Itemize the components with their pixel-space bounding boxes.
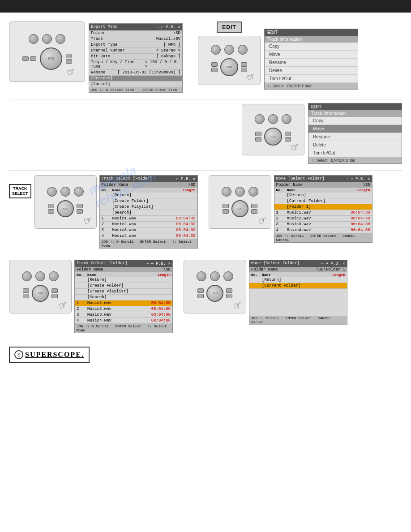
device-sketch-3: JOG ☞ <box>242 104 304 155</box>
section-2: JOG ☞ EDIT Track Information Copy Move R <box>9 103 402 164</box>
track-row-createpl-2: [Create Playlist] <box>75 289 172 295</box>
edit-item-rename-2: Rename <box>308 133 402 141</box>
move-row-return-2: [Return] <box>249 277 347 283</box>
hand-5: ☞ <box>257 214 269 227</box>
move-row-m3-1: 3 Music3.wav 00:04:30 <box>274 222 372 227</box>
track-row-m4-2: 4 Music4.wav 00:04:00 <box>75 318 172 324</box>
divider-3 <box>9 255 402 255</box>
logo-icon: S <box>14 350 23 359</box>
btn-1 <box>22 56 29 61</box>
knob-15 <box>248 187 258 197</box>
jog-dial-2: JOG <box>220 58 238 76</box>
btn-10 <box>255 137 261 142</box>
btn-28 <box>226 294 232 298</box>
btn-23 <box>51 288 58 293</box>
move-panel-1-header: Move [Select Folder] → ↩ P.B. ✕ <box>274 176 372 182</box>
move-row-m1-1: 1 Music1.wav 00:04:30 <box>274 210 372 216</box>
track-row-return-2: [Return] <box>75 277 172 283</box>
export-row-bitrate: Bit Rate[ 64kbps ] <box>89 54 182 60</box>
logo-area: S SUPERSCOPE. <box>9 347 90 363</box>
edit-item-trim-2: Trim In/Out <box>308 149 402 157</box>
btn-12 <box>285 137 291 142</box>
track-row-m4-1: 4 Music4.wav 00:04:00 <box>100 233 197 239</box>
edit-menu-2-title: EDIT <box>308 103 402 110</box>
track-row-createpl-1: [Create Playlist] <box>100 204 197 210</box>
export-row-channel: Channel Number< Stereo > <box>89 48 182 54</box>
knob-4 <box>211 45 221 55</box>
btn-24 <box>51 294 58 298</box>
move-panel-2-footer: JOG ↑↓ Scroll ENTER Select CANCEL Cancel <box>249 316 347 325</box>
move-row-m4-1: 4 Music4.wav 00:04:30 <box>274 227 372 233</box>
edit-item-move-2: Move <box>308 125 402 133</box>
btn-18 <box>223 209 229 214</box>
btn-7 <box>241 62 247 67</box>
track-panel-1-footer: JOG ↑↓ ✿ Scroll ENTER Select ↑↓ Select M… <box>100 239 197 248</box>
btn-25 <box>197 288 204 293</box>
export-row-tempo: Tempo / Key / Fine Tune< 100 / 0 / 0 > <box>89 60 182 70</box>
knob-12 <box>74 187 84 197</box>
export-row-track: TrackMusic1.x8V <box>89 36 182 42</box>
jog-dial-3: JOG <box>264 128 282 146</box>
track-row-m1-1: 1 Music1.wav 00:04:00 <box>100 216 197 222</box>
btn-6 <box>211 68 218 72</box>
knob-20 <box>210 271 220 281</box>
hand-1: ☞ <box>65 65 77 79</box>
section-3: TRACK SELECT JOG <box>9 175 402 249</box>
edit-menu-1-footer: ↑↓ SelectENTER Enter <box>265 83 358 89</box>
knob-2 <box>42 34 52 44</box>
logo-text: SUPERSCOPE. <box>25 351 84 359</box>
device-edit-area-2: JOG ☞ <box>242 103 304 155</box>
move-panel-2: Move [Select Folder] → ↩ P.B. ✕ Folder N… <box>249 260 347 325</box>
export-row-process: [Process] <box>89 76 182 82</box>
svg-text:S: S <box>17 352 21 357</box>
track-row-m3-2: 3 Music3.wav 00:04:00 <box>75 312 172 318</box>
move-panel-1: Move [Select Folder] → ↩ P.B. ✕ Folder N… <box>274 175 372 243</box>
btn-21 <box>23 288 29 293</box>
knob-16 <box>22 271 32 281</box>
device-sketch-5: JOG ☞ <box>209 175 271 229</box>
btn-13 <box>48 204 54 208</box>
knob-21 <box>223 271 233 281</box>
track-panel-2-footer: JOG ↑↓ ✿ Scroll ENTER Select ↑↓ Select M… <box>75 324 172 333</box>
knob-7 <box>255 114 265 124</box>
btn-2 <box>30 56 36 61</box>
btn-17 <box>223 204 229 208</box>
edit-item-delete-2: Delete <box>308 141 402 149</box>
jog-dial-1: JOG <box>40 47 62 70</box>
edit-menu-1: EDIT Track Information Copy Move Rename … <box>264 29 358 90</box>
track-panel-2-cols: No. Name Length <box>75 272 172 277</box>
track-panel-2-folder: Folder Name\SD <box>75 267 172 272</box>
btn-19 <box>251 204 257 208</box>
knob-9 <box>282 114 291 124</box>
move-panel-1-footer: JOG ↑↓ Scroll ENTER Select CANCEL Cancel <box>274 233 372 242</box>
edit-item-rename-1: Rename <box>265 59 358 67</box>
edit-button-display-1: EDIT <box>217 21 241 33</box>
hand-6: ☞ <box>57 298 69 312</box>
edit-item-delete-1: Delete <box>265 67 358 75</box>
section-1-right: EDIT JOG <box>198 21 358 90</box>
hand-7: ☞ <box>231 298 244 312</box>
track-select-badge: TRACK SELECT <box>9 184 31 198</box>
section-1: JOG ☞ Export Menu → ↩ P.B. ✕ Folder\SD <box>9 21 402 93</box>
btn-15 <box>77 204 83 208</box>
edit-menu-2: EDIT Track Information Copy Move Rename … <box>308 103 402 164</box>
track-row-return-1: [Return] <box>100 193 197 198</box>
btn-26 <box>197 294 204 298</box>
top-bar <box>0 0 411 13</box>
knob-1 <box>29 34 39 44</box>
move-row-folder1: [Folder 1] <box>274 204 372 210</box>
edit-menu-2-footer: ↑↓ SelectENTER Enter <box>308 157 402 163</box>
move-row-return-1: [Return] <box>274 193 372 198</box>
track-panel-1-folder: Folder Name\SD <box>100 182 197 188</box>
btn-4 <box>66 59 72 64</box>
move-panel-2-empty <box>249 289 347 316</box>
track-panel-1-cols: No. Name Length <box>100 188 197 193</box>
move-panel-1-folder: Folder Name\SD <box>274 182 372 188</box>
knob-8 <box>268 114 278 124</box>
knob-6 <box>238 45 248 55</box>
section-4-right: JOG ☞ Move [Select Folder] → ↩ P.B. ✕ Fo… <box>184 260 347 325</box>
btn-9 <box>255 132 261 136</box>
export-panel: Export Menu → ↩ P.B. ✕ Folder\SD TrackMu… <box>89 23 183 93</box>
track-panel-2-header: Track Select [Folder] → ↩ P.B. ✕ <box>75 260 172 267</box>
hand-4: ☞ <box>82 214 94 227</box>
